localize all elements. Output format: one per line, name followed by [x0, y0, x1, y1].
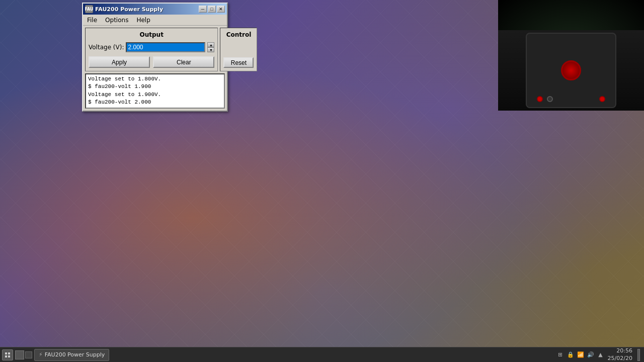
window-content: Output Voltage (V): ▲ ▼ Apply Clear Cont…: [83, 26, 227, 73]
output-panel-title: Output: [89, 31, 214, 38]
voltage-label: Voltage (V):: [89, 44, 124, 51]
close-button[interactable]: ✕: [217, 6, 225, 13]
voltage-row: Voltage (V): ▲ ▼: [89, 42, 214, 52]
log-line: $ fau200-volt 2.000: [88, 99, 222, 106]
log-area[interactable]: Voltage set to 1.800V.$ fau200-volt 1.90…: [85, 73, 225, 109]
window-thumb-2[interactable]: [25, 351, 32, 358]
active-window-thumb[interactable]: [15, 350, 24, 359]
app-icon-text: FAU: [85, 7, 94, 12]
voltage-input[interactable]: [126, 42, 205, 52]
apps-grid-icon: [5, 352, 10, 357]
minimize-button[interactable]: ─: [199, 6, 207, 13]
apply-button[interactable]: Apply: [89, 56, 150, 68]
camera-display: 200 1: [498, 0, 644, 111]
taskbar-left: ⚡ FAU200 Power Supply: [0, 349, 111, 361]
menu-file[interactable]: File: [83, 16, 101, 25]
show-desktop-button[interactable]: [637, 349, 640, 361]
reset-button[interactable]: Reset: [223, 57, 254, 68]
taskbar-right: ⊞ 🔒 📶 🔊 ▲ 20:56 25/02/20: [552, 347, 644, 362]
tray-signal-icon[interactable]: 📶: [577, 351, 585, 359]
taskbar-app-icon: ⚡: [39, 351, 43, 358]
clock-date: 25/02/20: [608, 355, 632, 362]
log-line: Voltage set to 1.800V.: [88, 75, 222, 83]
window-switcher: [15, 350, 32, 359]
tray-volume-icon[interactable]: 🔊: [587, 351, 595, 359]
app-icon: FAU: [85, 5, 93, 13]
log-line: Voltage set to 1.900V.: [88, 91, 222, 99]
maximize-button[interactable]: □: [208, 6, 216, 13]
control-panel-title: Control: [226, 31, 252, 38]
clear-button[interactable]: Clear: [153, 56, 214, 68]
app-window: FAU FAU200 Power Supply ─ □ ✕ File Optio…: [82, 3, 228, 112]
desktop: 200 1 FAU FAU200 Power Supply: [0, 0, 644, 362]
control-panel: Control Reset: [220, 28, 257, 71]
taskbar-app-label: FAU200 Power Supply: [45, 351, 105, 358]
voltage-up-button[interactable]: ▲: [207, 42, 214, 47]
clock-time: 20:56: [608, 347, 632, 354]
log-line: $ fau200-volt 1.900: [88, 83, 222, 90]
taskbar-apps-button[interactable]: [2, 349, 13, 360]
menu-options[interactable]: Options: [101, 16, 132, 25]
voltage-spinner: ▲ ▼: [207, 42, 214, 52]
camera-window: 200 1: [498, 0, 644, 111]
button-row: Apply Clear: [89, 56, 214, 68]
output-panel: Output Voltage (V): ▲ ▼ Apply Clear: [85, 28, 218, 71]
title-bar-controls: ─ □ ✕: [199, 6, 225, 13]
tray-expand-icon[interactable]: ▲: [597, 351, 605, 359]
menu-help[interactable]: Help: [132, 16, 154, 25]
taskbar-systray: ⊞ 🔒 📶 🔊 ▲: [556, 351, 605, 359]
taskbar: ⚡ FAU200 Power Supply ⊞ 🔒 📶 🔊 ▲ 20:56 25…: [0, 347, 644, 362]
log-line: Voltage set to 2.000V.: [88, 107, 222, 109]
window-title: FAU200 Power Supply: [95, 6, 197, 13]
tray-lock-icon[interactable]: 🔒: [567, 351, 575, 359]
voltage-down-button[interactable]: ▼: [207, 47, 214, 52]
taskbar-clock: 20:56 25/02/20: [608, 347, 632, 362]
title-bar: FAU FAU200 Power Supply ─ □ ✕: [83, 4, 227, 15]
taskbar-app-button[interactable]: ⚡ FAU200 Power Supply: [34, 349, 109, 361]
menu-bar: File Options Help: [83, 15, 227, 26]
tray-network-icon[interactable]: ⊞: [556, 351, 565, 359]
